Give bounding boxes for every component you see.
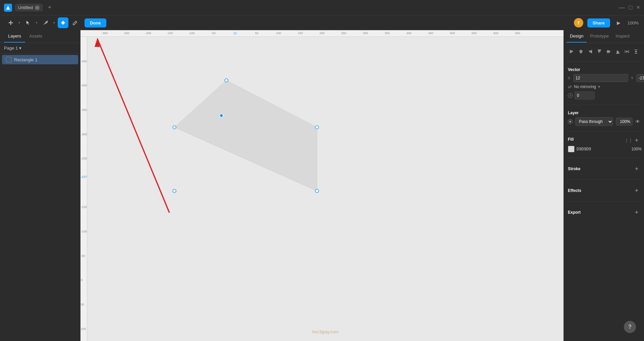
zoom-level[interactable]: 100% — [628, 20, 639, 25]
add-effect-button[interactable]: + — [633, 187, 640, 194]
effects-section: Effects + — [568, 185, 640, 196]
rotation-icon: ↺ — [568, 93, 573, 98]
close-window-button[interactable]: × — [636, 4, 640, 11]
list-item[interactable]: Rectangle 1 — [2, 55, 78, 64]
fill-row: 👁 − — [568, 146, 640, 152]
vector-tool-button[interactable] — [58, 17, 68, 28]
svg-rect-12 — [598, 50, 599, 53]
ruler-tick-v: 0 — [81, 278, 83, 282]
vector-point-4[interactable] — [315, 189, 319, 193]
fill-opacity-input[interactable] — [630, 147, 642, 151]
align-center-h-button[interactable] — [577, 47, 585, 56]
panel-divider-4 — [568, 158, 640, 158]
select-tool-group: ▾ — [23, 17, 39, 28]
add-fill-button[interactable]: + — [633, 137, 640, 144]
panel-divider-2 — [568, 105, 640, 105]
select-tool-chevron[interactable]: ▾ — [34, 17, 39, 28]
play-button[interactable]: ▶ — [614, 18, 624, 27]
svg-point-1 — [47, 21, 48, 22]
panel-divider-3 — [568, 131, 640, 132]
ruler-tick: 200 — [319, 31, 324, 35]
move-tool-chevron[interactable]: ▾ — [17, 17, 21, 28]
export-section-title: Export — [568, 210, 581, 215]
ruler-tick-v: -100 — [81, 230, 87, 233]
svg-rect-7 — [580, 52, 582, 53]
maximize-button[interactable]: □ — [629, 4, 633, 11]
opacity-input[interactable] — [616, 118, 633, 126]
move-tool-group: ▾ — [5, 17, 21, 28]
layer-blend-row: Pass through Normal Multiply Screen 👁 — [568, 117, 640, 126]
right-panel-content: Vector X Y ⇄ No mirroring ▾ — [564, 43, 644, 222]
add-stroke-button[interactable]: + — [633, 165, 640, 172]
align-left-button[interactable] — [568, 47, 576, 56]
svg-rect-6 — [579, 51, 583, 52]
done-button[interactable]: Done — [85, 18, 106, 27]
align-right-button[interactable] — [586, 47, 594, 56]
y-input[interactable] — [636, 74, 644, 82]
tab-prototype[interactable]: Prototype — [587, 30, 612, 43]
blend-mode-select[interactable]: Pass through Normal Multiply Screen — [575, 117, 613, 126]
align-center-v-button[interactable] — [605, 47, 612, 56]
svg-rect-23 — [635, 50, 637, 50]
svg-rect-25 — [635, 51, 637, 52]
distribute-h-button[interactable] — [623, 47, 631, 56]
panel-divider — [568, 62, 640, 62]
tab-inspect[interactable]: Inspect — [612, 30, 633, 43]
ruler-tick-v: -450 — [81, 60, 87, 63]
share-button[interactable]: Share — [587, 18, 610, 27]
ruler-tick: 650 — [515, 31, 520, 35]
layer-type-icon — [6, 57, 11, 62]
mirroring-chevron[interactable]: ▾ — [598, 84, 600, 89]
user-avatar[interactable]: T — [574, 18, 583, 27]
align-top-button[interactable] — [595, 47, 603, 56]
tab-design[interactable]: Design — [567, 30, 587, 43]
move-tool-button[interactable] — [5, 17, 16, 28]
pencil-tool-button[interactable] — [70, 17, 80, 28]
y-field: Y — [631, 74, 644, 82]
page-selector[interactable]: Page 1 ▾ — [0, 43, 80, 54]
ruler-tick: 100 — [276, 31, 281, 35]
tab-assets[interactable]: Assets — [25, 30, 46, 43]
visibility-toggle[interactable]: 👁 — [635, 119, 640, 124]
fill-hex-input[interactable] — [577, 147, 628, 151]
blend-icon — [568, 119, 573, 124]
help-button[interactable]: ? — [624, 321, 636, 333]
ruler-tick: 250 — [341, 31, 346, 35]
vector-midpoint[interactable] — [220, 114, 223, 117]
vector-shape[interactable] — [87, 37, 564, 341]
mirroring-row: ⇄ No mirroring ▾ — [568, 84, 640, 89]
close-tab-button[interactable]: × — [35, 5, 40, 10]
x-field: X — [568, 74, 628, 82]
canvas-content[interactable]: hoc3giay.com — [87, 37, 564, 341]
vector-point-2[interactable] — [225, 79, 228, 82]
distribute-v-button[interactable] — [632, 47, 640, 56]
vector-point-1[interactable] — [173, 126, 176, 129]
vector-polygon[interactable] — [174, 80, 317, 191]
select-tool-button[interactable] — [23, 17, 34, 28]
ruler-tick: -100 — [189, 31, 195, 35]
toolbar-right: T Share ▶ 100% — [574, 18, 639, 27]
add-export-button[interactable]: + — [633, 209, 640, 216]
ruler-tick: 400 — [407, 31, 412, 35]
ruler-tick: 450 — [428, 31, 433, 35]
fill-style-button[interactable]: ⋮⋮ — [625, 137, 632, 144]
ruler-tick: -250 — [123, 31, 129, 35]
ruler-tick-v: -150 — [81, 205, 87, 209]
tab-layers[interactable]: Layers — [4, 30, 25, 43]
vector-point-5[interactable] — [173, 189, 176, 193]
vector-point-3[interactable] — [315, 126, 319, 129]
ruler-tick: 50 — [255, 31, 259, 35]
rotation-input[interactable] — [575, 91, 595, 99]
pen-tool-chevron[interactable]: ▾ — [52, 17, 56, 28]
align-bottom-button[interactable] — [614, 47, 622, 56]
active-tab[interactable]: Untitled × — [15, 4, 43, 11]
fill-header: Fill ⋮⋮ + — [568, 137, 640, 144]
ruler-top: -300 -250 -200 -150 -100 -50 12 50 100 1… — [80, 30, 564, 37]
x-input[interactable] — [573, 74, 628, 82]
ruler-tick-v: -400 — [81, 84, 87, 87]
pen-tool-button[interactable] — [40, 17, 51, 28]
fill-color-swatch[interactable] — [568, 146, 575, 152]
canvas-area[interactable]: -300 -250 -200 -150 -100 -50 12 50 100 1… — [80, 30, 564, 341]
add-tab-button[interactable]: + — [46, 4, 54, 12]
minimize-button[interactable]: — — [619, 4, 625, 11]
